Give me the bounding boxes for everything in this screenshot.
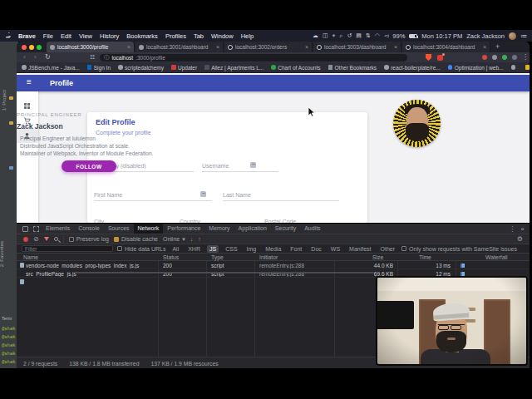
user-avatar-icon[interactable] <box>509 32 516 40</box>
ide-project-tab[interactable]: 1: Project <box>2 90 7 111</box>
menu-window[interactable]: Window <box>211 32 234 40</box>
filter-type-doc[interactable]: Doc <box>308 245 323 253</box>
cloud-icon[interactable]: ☁ <box>313 30 318 42</box>
last-name-field[interactable] <box>223 190 339 201</box>
menubar-clock[interactable]: Mon 10:17 PM <box>421 32 462 40</box>
apple-menu-icon[interactable] <box>5 32 12 40</box>
username-field[interactable] <box>202 160 278 172</box>
tab-profile[interactable]: localhost:3000/profile × <box>47 42 135 52</box>
import-har-icon[interactable]: ↓ <box>190 236 194 242</box>
horizontal-scrollbar[interactable] <box>75 272 374 274</box>
ide-window[interactable]: 1: Project 2: Favorites Term @shak @shak… <box>0 42 18 368</box>
site-info-icon[interactable]: ⓘ <box>104 54 110 62</box>
filter-type-font[interactable]: Font <box>288 245 304 253</box>
filter-funnel-icon[interactable] <box>44 237 49 241</box>
time-machine-icon[interactable]: ↺ <box>347 30 352 42</box>
tab-dashboard-3003[interactable]: localhost:3003/dashboard × <box>313 42 401 52</box>
reading-list-icon[interactable]: ☷ <box>90 52 95 62</box>
tab-dashboard-3001[interactable]: localhost:3001/dashboard × <box>135 42 224 52</box>
bookmark-item[interactable]: Allez | Apartments L... <box>204 65 264 71</box>
tab-orders-3002[interactable]: localhost:3002/orders × <box>224 42 313 52</box>
filter-type-media[interactable]: Media <box>263 245 283 253</box>
airdrop-icon[interactable]: ⌖ <box>332 30 336 42</box>
bookmark-item[interactable]: Chart of Accounts <box>271 65 320 71</box>
updown-icon[interactable]: ⇅ <box>366 30 371 42</box>
window-minimize-button[interactable] <box>29 45 34 50</box>
hide-data-urls-toggle[interactable]: Hide data URLs <box>117 246 165 252</box>
device-toolbar-icon[interactable] <box>22 226 28 232</box>
country-field[interactable] <box>180 216 254 223</box>
devtools-tab-elements[interactable]: Elements <box>42 224 74 234</box>
checkbox-checked-icon[interactable] <box>114 237 119 242</box>
forward-icon[interactable]: › <box>34 52 37 62</box>
network-row[interactable]: vendors-node_modules_prop-types_index_js… <box>17 261 530 269</box>
devtools-tab-network[interactable]: Network <box>134 224 164 234</box>
clear-network-icon[interactable]: ⊘ <box>33 235 39 243</box>
table-header-row[interactable]: Name Status Type Initiator Size Time Wat… <box>17 254 530 261</box>
checkbox-icon[interactable] <box>401 246 406 251</box>
browser-menu-icon[interactable]: ⋮ <box>522 52 529 62</box>
filter-type-other[interactable]: Other <box>378 245 398 253</box>
tab-close-icon[interactable]: × <box>305 44 308 50</box>
back-icon[interactable]: ‹ <box>23 52 26 62</box>
wifi-icon[interactable]: ◠ <box>375 30 380 42</box>
menu-tab[interactable]: Tab <box>194 32 204 40</box>
city-field[interactable] <box>94 216 169 223</box>
spotlight-search-icon[interactable]: ⌕ <box>340 30 343 42</box>
filter-type-all[interactable]: All <box>170 245 181 253</box>
filter-type-manifest[interactable]: Manifest <box>347 245 373 253</box>
volume-icon[interactable]: ◅ <box>384 30 388 42</box>
window-icon[interactable]: ▤ <box>356 30 362 42</box>
throttling-dropdown[interactable]: Online▾ <box>163 236 185 243</box>
checkbox-icon[interactable] <box>117 246 122 251</box>
password-manager-icon[interactable] <box>250 162 256 168</box>
extension-icon-red[interactable] <box>482 55 487 60</box>
bookmark-item[interactable]: react-boilerplate/re... <box>384 65 441 71</box>
menu-history[interactable]: History <box>100 32 119 40</box>
filter-type-ws[interactable]: WS <box>328 245 342 253</box>
bookmark-item[interactable]: Optimization | web... <box>448 65 504 71</box>
menu-view[interactable]: View <box>79 32 92 40</box>
bookmark-item[interactable]: Sign In <box>87 65 111 71</box>
checkbox-icon[interactable] <box>69 237 74 242</box>
password-manager-icon[interactable] <box>200 191 206 197</box>
ide-favorites-tab[interactable]: 2: Favorites <box>0 241 4 267</box>
postal-code-field[interactable] <box>264 216 339 223</box>
brave-rewards-icon[interactable] <box>437 55 443 61</box>
new-tab-button[interactable]: + <box>495 42 500 51</box>
menu-edit[interactable]: Edit <box>61 32 71 40</box>
network-settings-gear-icon[interactable]: ⚙ <box>517 235 523 243</box>
samesite-toggle[interactable]: Only show requests with SameSite issues <box>401 246 517 252</box>
filter-type-xhr[interactable]: XHR <box>185 245 203 253</box>
follow-button[interactable]: FOLLOW <box>62 160 116 172</box>
battery-icon[interactable] <box>409 34 417 38</box>
window-zoom-button[interactable] <box>37 45 42 50</box>
ide-terminal-label[interactable]: Term <box>2 316 12 321</box>
filter-type-css[interactable]: CSS <box>223 245 239 253</box>
devtools-tab-sources[interactable]: Sources <box>104 224 134 234</box>
menu-profiles[interactable]: Profiles <box>165 32 186 40</box>
disable-cache-toggle[interactable]: Disable cache <box>114 236 158 242</box>
inspect-element-icon[interactable] <box>33 226 39 232</box>
first-name-field[interactable] <box>94 190 212 201</box>
extension-icon-gray[interactable] <box>492 55 497 60</box>
export-har-icon[interactable]: ↑ <box>198 236 201 242</box>
menu-file[interactable]: File <box>43 32 53 40</box>
sidebar-dashboard-icon[interactable] <box>24 103 27 106</box>
reload-icon[interactable]: ↻ <box>45 52 51 62</box>
bookmark-folder[interactable]: Other Bookmarks <box>328 65 377 71</box>
devtools-tab-memory[interactable]: Memory <box>204 224 234 234</box>
window-close-button[interactable] <box>22 45 27 50</box>
devtools-tab-application[interactable]: Application <box>234 224 271 234</box>
preserve-log-toggle[interactable]: Preserve log <box>69 236 109 242</box>
bookmark-item[interactable]: scriptedalchemy <box>118 65 164 71</box>
devtools-kebab-icon[interactable]: ⋮ <box>509 225 515 233</box>
devtools-tab-performance[interactable]: Performance <box>163 224 204 234</box>
devtools-tab-console[interactable]: Console <box>74 224 104 234</box>
filter-type-img[interactable]: Img <box>244 245 259 253</box>
menu-bookmarks[interactable]: Bookmarks <box>126 32 158 40</box>
devtools-tab-audits[interactable]: Audits <box>300 224 324 234</box>
bookmark-item[interactable]: JSBench.me - Java... <box>22 65 80 71</box>
devtools-close-icon[interactable]: × <box>520 225 525 233</box>
menubar-username[interactable]: Zack Jackson <box>466 32 505 40</box>
